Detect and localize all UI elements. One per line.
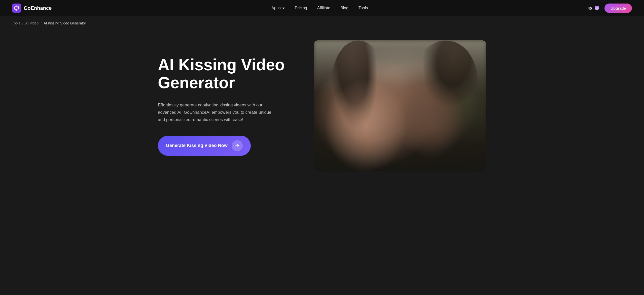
breadcrumb-sep-2: / [41,21,42,25]
coins-icon [593,5,600,12]
nav-links: Apps Pricing Affiliate Blog Tools [271,6,368,10]
photo-simulation [314,40,486,171]
chevron-down-icon [282,8,285,9]
cta-label: Generate Kissing Video Now [166,143,228,148]
hero-section: AI Kissing Video Generator Effortlessly … [146,30,498,187]
breadcrumb-current: AI Kissing Video Generator [44,21,86,25]
svg-rect-0 [12,4,21,13]
logo-link[interactable]: GoEnhance [12,4,52,13]
hero-image-container [314,40,486,171]
credits-count: 45 [588,6,592,10]
breadcrumb-sep-1: / [22,21,23,25]
hero-title: AI Kissing Video Generator [158,56,299,92]
arrow-right-icon [235,143,240,148]
credits-display: 45 [588,5,600,12]
cta-button[interactable]: Generate Kissing Video Now [158,136,251,156]
logo-icon [12,4,21,13]
cta-arrow-icon [232,140,243,151]
nav-user-area: 45 [588,4,632,13]
upgrade-button[interactable]: Upgrade [604,4,632,13]
navbar: GoEnhance Apps Pricing Affiliate Blog To… [0,0,644,16]
svg-point-1 [17,6,18,8]
svg-point-6 [595,7,599,10]
page-content: Tools / AI Video / AI Kissing Video Gene… [0,16,644,295]
hero-description: Effortlessly generate captivating kissin… [158,102,279,124]
nav-affiliate[interactable]: Affiliate [317,6,330,10]
brand-name: GoEnhance [24,5,52,11]
nav-tools[interactable]: Tools [359,6,368,10]
breadcrumb: Tools / AI Video / AI Kissing Video Gene… [0,16,644,30]
nav-apps[interactable]: Apps [271,6,284,10]
breadcrumb-tools[interactable]: Tools [12,21,20,25]
hero-image [314,40,486,171]
photo-overlay [314,40,486,171]
hero-content: AI Kissing Video Generator Effortlessly … [158,56,299,156]
breadcrumb-ai-video[interactable]: AI Video [25,21,39,25]
nav-pricing[interactable]: Pricing [295,6,307,10]
nav-blog[interactable]: Blog [340,6,348,10]
